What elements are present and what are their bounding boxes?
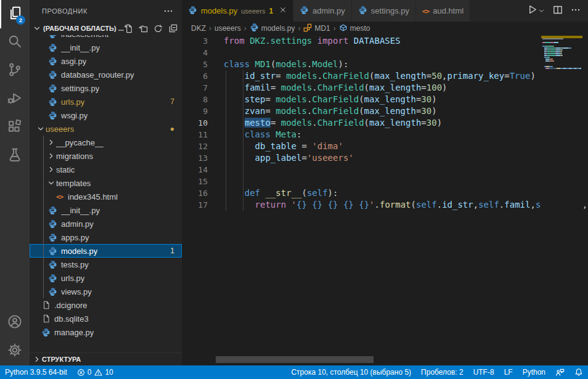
tree-item-wsgi-py[interactable]: wsgi.py <box>30 108 182 122</box>
tree-item-templates[interactable]: templates <box>30 176 182 190</box>
tree-item-manage-py[interactable]: manage.py <box>30 325 182 339</box>
breadcrumb-item-useeers[interactable]: useeers <box>214 24 241 33</box>
code-line-3[interactable]: 3from DKZ.settings import DATABASES <box>182 35 588 47</box>
activity-item-source-control[interactable] <box>0 57 30 85</box>
breadcrumb-item-dkz[interactable]: DKZ <box>191 24 206 33</box>
tab-models-py[interactable]: models.pyuseeers1 <box>182 0 293 22</box>
code-line-9[interactable]: 9 zvan= models.CharField(max_length=30) <box>182 105 588 117</box>
tree-item-apps-py[interactable]: apps.py <box>30 230 182 244</box>
more-actions-icon[interactable] <box>163 6 173 16</box>
code-line-11[interactable]: 11 class Meta: <box>182 129 588 141</box>
tree-item-pycache[interactable]: __pycache__ <box>30 136 182 149</box>
tree-item-index345-html[interactable]: <>index345.html <box>30 190 182 203</box>
minimap-line <box>541 66 582 67</box>
tree-item-urls-py[interactable]: urls.py7 <box>30 95 182 108</box>
code-token: = <box>265 94 276 104</box>
line-number[interactable]: 14 <box>182 164 224 176</box>
code-line-4[interactable]: 4 <box>182 47 588 59</box>
code-token: max_length <box>369 83 421 92</box>
tree-item-db-sqlite3[interactable]: db.sqlite3 <box>30 312 182 325</box>
code-token: . <box>317 71 322 81</box>
indentation-setting[interactable]: Пробелов: 2 <box>416 365 468 379</box>
more-actions-button[interactable] <box>571 5 581 17</box>
collapse-all-icon[interactable] <box>168 24 178 33</box>
python-interpreter[interactable]: Python 3.9.5 64-bit <box>0 365 72 379</box>
activity-item-explorer[interactable]: 2 <box>0 0 30 28</box>
line-number[interactable]: 7 <box>182 82 224 94</box>
line-number[interactable]: 13 <box>182 152 224 164</box>
line-number[interactable]: 17 <box>182 199 224 211</box>
encoding-setting[interactable]: UTF-8 <box>468 365 499 379</box>
tree-item-migrations[interactable]: migrations <box>30 149 182 163</box>
split-editor-button[interactable] <box>553 5 563 17</box>
tree-item-models-py[interactable]: models.py1 <box>30 244 182 258</box>
activity-item-testing[interactable] <box>0 142 30 170</box>
python-icon <box>47 35 58 39</box>
activity-item-run-and-debug[interactable] <box>0 85 30 113</box>
line-number[interactable]: 6 <box>182 70 224 82</box>
tree-item-init-py[interactable]: __init__.py <box>30 203 182 217</box>
warning-icon <box>94 369 102 377</box>
tree-item-urls-py[interactable]: urls.py <box>30 271 182 285</box>
code-line-14[interactable]: 14 <box>182 164 588 176</box>
tree-item-settings-py[interactable]: settings.py <box>30 81 182 95</box>
code-line-13[interactable]: 13 app_label='useeers' <box>182 152 588 164</box>
breadcrumb-item-md1[interactable]: MD1 <box>303 23 330 34</box>
problems-indicator[interactable]: 0 10 <box>72 365 118 379</box>
line-number[interactable]: 12 <box>182 141 224 152</box>
tree-item-views-py[interactable]: views.py <box>30 285 182 298</box>
line-number[interactable]: 16 <box>182 187 224 199</box>
code-line-15[interactable]: 15 <box>182 176 588 187</box>
refresh-icon[interactable] <box>153 24 163 33</box>
code-line-8[interactable]: 8 step= models.CharField(max_length=30) <box>182 94 588 105</box>
line-number[interactable]: 3 <box>182 35 224 47</box>
line-number[interactable]: 10 <box>182 117 224 129</box>
tree-item-useeers[interactable]: useeers● <box>30 122 182 136</box>
tree-item-init-py[interactable]: __init__.py <box>30 41 182 54</box>
horizontal-scrollbar[interactable] <box>216 356 374 363</box>
code-line-12[interactable]: 12 db_table = 'dima' <box>182 141 588 152</box>
tab-aud-html[interactable]: <>aud.html <box>416 0 470 22</box>
code-line-17[interactable]: 17 return '{} {} {} {} {}'.format(self.i… <box>182 199 588 211</box>
new-folder-icon[interactable] <box>139 24 148 33</box>
tree-item-database-roouter-py[interactable]: database_roouter.py <box>30 68 182 81</box>
minimap[interactable] <box>541 35 582 365</box>
code-editor[interactable]: 3from DKZ.settings import DATABASES45cla… <box>182 35 588 365</box>
new-file-icon[interactable] <box>124 24 133 33</box>
breadcrumb-item-mesto[interactable]: mesto <box>339 23 370 34</box>
activity-item-extensions[interactable] <box>0 113 30 142</box>
tree-item-indexelement[interactable]: indexelement <box>30 35 182 41</box>
line-number[interactable]: 8 <box>182 94 224 105</box>
tree-item-dcignore[interactable]: .dcignore <box>30 298 182 312</box>
line-number[interactable]: 9 <box>182 105 224 117</box>
code-line-10[interactable]: 10 mesto= models.CharField(max_length=30… <box>182 117 588 129</box>
feedback-button[interactable] <box>550 365 570 379</box>
cursor-position[interactable]: Строка 10, столбец 10 (выбрано 5) <box>286 365 416 379</box>
language-mode[interactable]: Python <box>518 365 550 379</box>
run-button[interactable] <box>527 4 545 17</box>
close-icon[interactable] <box>279 6 287 15</box>
line-number[interactable]: 4 <box>182 47 224 59</box>
line-number[interactable]: 5 <box>182 59 224 70</box>
tab-admin-py[interactable]: admin.py <box>293 0 352 22</box>
workspace-section-header[interactable]: (РАБОЧАЯ ОБЛАСТЬ) ... <box>30 22 182 35</box>
activity-item-search[interactable] <box>0 28 30 57</box>
activity-item-account[interactable] <box>0 309 30 337</box>
code-lines[interactable]: 3from DKZ.settings import DATABASES45cla… <box>182 35 588 211</box>
code-line-5[interactable]: 5class MD1(models.Model): <box>182 59 588 70</box>
tree-item-asgi-py[interactable]: asgi.py <box>30 54 182 68</box>
code-line-16[interactable]: 16 def __str__(self): <box>182 187 588 199</box>
tree-item-admin-py[interactable]: admin.py <box>30 217 182 230</box>
code-line-7[interactable]: 7 famil= models.CharField(max_length=100… <box>182 82 588 94</box>
line-number[interactable]: 15 <box>182 176 224 187</box>
eol-setting[interactable]: LF <box>499 365 518 379</box>
notifications-button[interactable] <box>570 365 588 379</box>
outline-section-header[interactable]: СТРУКТУРА <box>30 353 182 365</box>
breadcrumb-item-models-py[interactable]: models.py <box>250 23 295 34</box>
tree-item-tests-py[interactable]: tests.py <box>30 258 182 271</box>
line-number[interactable]: 11 <box>182 129 224 141</box>
code-line-6[interactable]: 6 id_str= models.CharField(max_length=50… <box>182 70 588 82</box>
tree-item-static[interactable]: static <box>30 163 182 176</box>
tab-settings-py[interactable]: settings.py <box>352 0 416 22</box>
activity-item-manage[interactable] <box>0 337 30 365</box>
